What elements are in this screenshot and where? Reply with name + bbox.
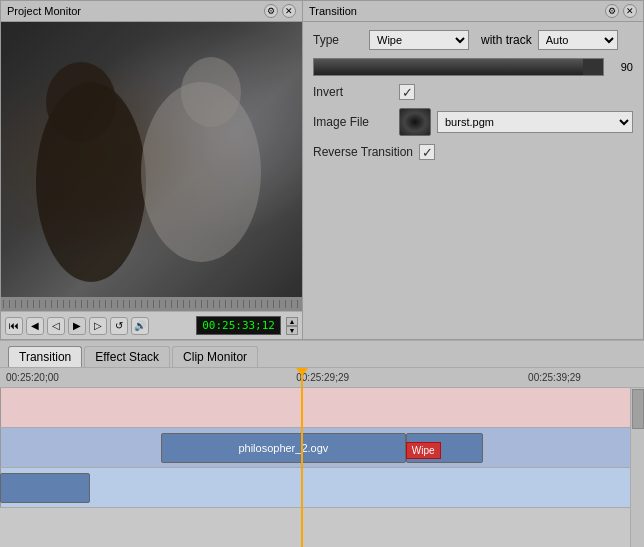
monitor-timeline-bar — [1, 297, 302, 311]
project-monitor-settings-icon[interactable]: ⚙ — [264, 4, 278, 18]
tab-transition[interactable]: Transition — [8, 346, 82, 367]
with-track-label: with track — [481, 33, 532, 47]
transition-close-icon[interactable]: ✕ — [623, 4, 637, 18]
transition-title: Transition — [309, 5, 357, 17]
track-row-3 — [0, 468, 644, 508]
progress-bar[interactable] — [313, 58, 604, 76]
step-fwd-button[interactable]: ▷ — [89, 317, 107, 335]
image-file-row: Image File burst.pgm — [313, 108, 633, 136]
progress-fill — [314, 59, 583, 75]
timeline-ticks — [3, 300, 300, 308]
reverse-label: Reverse Transition — [313, 145, 413, 159]
bottom-tabs: Transition Effect Stack Clip Monitor — [0, 340, 644, 368]
timecode-down[interactable]: ▼ — [286, 326, 298, 335]
transition-panel: Transition ⚙ ✕ Type Wipe with track Auto — [303, 0, 644, 340]
type-select[interactable]: Wipe — [369, 30, 469, 50]
invert-label: Invert — [313, 85, 393, 99]
project-monitor-panel: Project Monitor ⚙ ✕ — [0, 0, 303, 340]
progress-value: 90 — [608, 61, 633, 73]
ruler-mark-1: 00:25:20;00 — [6, 372, 59, 383]
track-row-1 — [0, 388, 644, 428]
transition-icons: ⚙ ✕ — [605, 4, 637, 18]
track-header-2 — [0, 428, 1, 467]
tab-clip-monitor[interactable]: Clip Monitor — [172, 346, 258, 367]
track-header-1 — [0, 388, 1, 427]
monitor-controls: ⏮ ◀ ◁ ▶ ▷ ↺ 🔊 00:25:33;12 ▲ ▼ — [1, 311, 302, 339]
video-preview — [1, 22, 302, 297]
invert-checkbox[interactable]: ✓ — [399, 84, 415, 100]
play-button[interactable]: ▶ — [68, 317, 86, 335]
timeline-ruler: 00:25:20;00 00:25:29;29 00:25:39;29 — [0, 368, 644, 388]
playhead-arrow — [296, 368, 308, 376]
reverse-row: Reverse Transition ✓ — [313, 144, 633, 160]
progress-row: 90 — [313, 58, 633, 76]
type-label: Type — [313, 33, 363, 47]
volume-button[interactable]: 🔊 — [131, 317, 149, 335]
timeline-area: 00:25:20;00 00:25:29;29 00:25:39;29 phil… — [0, 368, 644, 547]
project-monitor-icons: ⚙ ✕ — [264, 4, 296, 18]
timeline-scrollbar[interactable] — [630, 388, 644, 547]
invert-row: Invert ✓ — [313, 84, 633, 100]
track-select[interactable]: Auto — [538, 30, 618, 50]
timecode-display: 00:25:33;12 — [196, 316, 281, 335]
track-row-2: philosopher_2.ogv Wipe — [0, 428, 644, 468]
ruler-mark-3: 00:25:39;29 — [528, 372, 581, 383]
type-row: Type Wipe with track Auto — [313, 30, 633, 50]
skip-back-button[interactable]: ⏮ — [5, 317, 23, 335]
timeline-tracks: philosopher_2.ogv Wipe — [0, 388, 644, 547]
image-file-label: Image File — [313, 115, 393, 129]
transition-titlebar: Transition ⚙ ✕ — [303, 1, 643, 22]
svg-rect-4 — [1, 22, 302, 297]
project-monitor-close-icon[interactable]: ✕ — [282, 4, 296, 18]
wipe-badge[interactable]: Wipe — [406, 442, 441, 459]
project-monitor-title: Project Monitor — [7, 5, 81, 17]
timecode-up[interactable]: ▲ — [286, 317, 298, 326]
video-content-svg — [1, 22, 302, 297]
loop-button[interactable]: ↺ — [110, 317, 128, 335]
transition-settings-icon[interactable]: ⚙ — [605, 4, 619, 18]
image-thumbnail — [399, 108, 431, 136]
back-button[interactable]: ◀ — [26, 317, 44, 335]
image-file-select[interactable]: burst.pgm — [437, 111, 633, 133]
project-monitor-titlebar: Project Monitor ⚙ ✕ — [1, 1, 302, 22]
timecode-spinner[interactable]: ▲ ▼ — [286, 317, 298, 335]
playhead[interactable] — [301, 368, 303, 387]
wipe-label: Wipe — [412, 445, 435, 456]
video-frame — [1, 22, 302, 297]
reverse-checkbox[interactable]: ✓ — [419, 144, 435, 160]
step-back-button[interactable]: ◁ — [47, 317, 65, 335]
clip-philosopher[interactable]: philosopher_2.ogv — [161, 433, 406, 463]
clip-label-philosopher: philosopher_2.ogv — [238, 442, 328, 454]
tab-effect-stack[interactable]: Effect Stack — [84, 346, 170, 367]
clip-track3[interactable] — [0, 473, 90, 503]
transition-body: Type Wipe with track Auto 90 Invert ✓ — [303, 22, 643, 339]
scrollbar-thumb[interactable] — [632, 389, 644, 429]
